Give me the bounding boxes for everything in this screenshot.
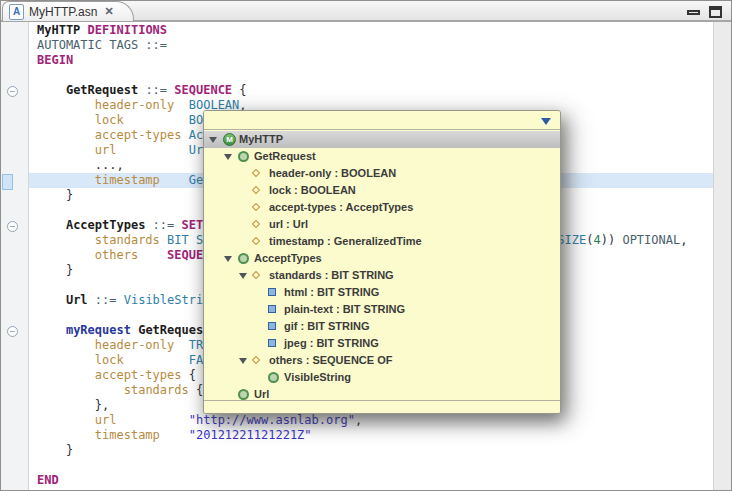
code-line[interactable]: END [29, 473, 715, 488]
outline-tree-item[interactable]: GetRequest [204, 148, 560, 165]
tree-item-label: plain-text : BIT STRING [284, 303, 405, 315]
outline-tree-item[interactable]: timestamp : GeneralizedTime [204, 233, 560, 250]
tree-item-label: Url [254, 388, 269, 400]
tree-item-label: jpeg : BIT STRING [284, 337, 379, 349]
fold-collapse-icon[interactable]: − [7, 86, 18, 97]
type-icon [238, 151, 249, 162]
tab-myhttp-asn[interactable]: A MyHTTP.asn ✕ [2, 1, 134, 21]
outline-tree-item[interactable]: gif : BIT STRING [204, 318, 560, 335]
tree-item-label: gif : BIT STRING [284, 320, 370, 332]
quick-outline-popup: MMyHTTPGetRequestheader-only : BOOLEANlo… [203, 110, 561, 414]
code-line[interactable]: BEGIN [29, 53, 715, 68]
outline-menu-dropdown-icon[interactable] [541, 118, 551, 125]
tree-expanded-arrow-icon[interactable] [209, 137, 217, 143]
module-icon: M [223, 133, 236, 146]
code-line[interactable]: GetRequest ::= SEQUENCE { [29, 83, 715, 98]
outline-tree-item[interactable]: AcceptTypes [204, 250, 560, 267]
left-ruler: −−− [1, 22, 29, 491]
code-line[interactable]: AUTOMATIC TAGS ::= [29, 38, 715, 53]
field-icon [252, 203, 260, 211]
tree-expanded-arrow-icon[interactable] [239, 358, 247, 364]
tree-item-label: others : SEQUENCE OF [269, 354, 392, 366]
code-line[interactable]: } [29, 443, 715, 458]
tree-item-label: VisibleString [284, 371, 351, 383]
field-icon [252, 169, 260, 177]
tree-item-label: accept-types : AcceptTypes [269, 201, 413, 213]
asn-file-icon: A [9, 4, 24, 20]
outline-status-bar [204, 400, 560, 413]
maximize-view-icon[interactable] [709, 6, 722, 18]
tree-item-label: lock : BOOLEAN [269, 184, 356, 196]
field-icon [252, 186, 260, 194]
outline-tree-item[interactable]: standards : BIT STRING [204, 267, 560, 284]
tab-title: MyHTTP.asn [29, 5, 97, 19]
minimize-view-icon[interactable] [687, 10, 700, 15]
outline-tree-item[interactable]: html : BIT STRING [204, 284, 560, 301]
editor-tab-bar: A MyHTTP.asn ✕ [1, 1, 731, 22]
outline-filter-bar [204, 111, 560, 130]
code-line[interactable] [29, 68, 715, 83]
code-line[interactable]: MyHTTP DEFINITIONS [29, 23, 715, 38]
outline-tree-item[interactable]: plain-text : BIT STRING [204, 301, 560, 318]
tree-expanded-arrow-icon[interactable] [239, 273, 247, 279]
tab-close-icon[interactable]: ✕ [104, 5, 113, 18]
bit-icon [268, 305, 276, 313]
code-line[interactable]: timestamp "20121221121221Z" [29, 428, 715, 443]
outline-tree-item[interactable]: jpeg : BIT STRING [204, 335, 560, 352]
field-icon [252, 271, 260, 279]
outline-tree-item[interactable]: Url [204, 386, 560, 401]
tree-item-label: timestamp : GeneralizedTime [269, 235, 422, 247]
field-icon [252, 356, 260, 364]
outline-tree-item[interactable]: others : SEQUENCE OF [204, 352, 560, 369]
type-icon [268, 372, 279, 383]
editor-window: A MyHTTP.asn ✕ −−− MyHTTP DEFINITIONSAUT… [0, 0, 732, 491]
field-icon [252, 237, 260, 245]
bit-icon [268, 339, 276, 347]
tree-item-label: GetRequest [254, 150, 316, 162]
tree-item-label: url : Url [269, 218, 308, 230]
fold-collapse-icon[interactable]: − [7, 221, 18, 232]
type-icon [238, 389, 249, 400]
type-icon [238, 253, 249, 264]
tree-expanded-arrow-icon[interactable] [224, 154, 232, 160]
outline-tree-item[interactable]: url : Url [204, 216, 560, 233]
overview-ruler[interactable] [713, 22, 731, 491]
outline-tree: MMyHTTPGetRequestheader-only : BOOLEANlo… [204, 131, 560, 401]
tree-item-label: html : BIT STRING [284, 286, 379, 298]
field-icon [252, 220, 260, 228]
tree-item-label: header-only : BOOLEAN [269, 167, 396, 179]
outline-tree-item[interactable]: header-only : BOOLEAN [204, 165, 560, 182]
code-line[interactable] [29, 458, 715, 473]
bit-icon [268, 288, 276, 296]
tree-expanded-arrow-icon[interactable] [224, 256, 232, 262]
outline-tree-item[interactable]: VisibleString [204, 369, 560, 386]
bit-icon [268, 322, 276, 330]
fold-collapse-icon[interactable]: − [7, 326, 18, 337]
current-line-annotation-marker [2, 174, 13, 190]
outline-tree-item[interactable]: accept-types : AcceptTypes [204, 199, 560, 216]
outline-filter-input[interactable] [208, 113, 532, 129]
code-line[interactable]: url "http://www.asnlab.org", [29, 413, 715, 428]
tree-item-label: AcceptTypes [254, 252, 322, 264]
tree-item-label: MyHTTP [239, 133, 283, 145]
outline-tree-item[interactable]: MMyHTTP [204, 131, 560, 148]
tree-item-label: standards : BIT STRING [269, 269, 394, 281]
outline-tree-item[interactable]: lock : BOOLEAN [204, 182, 560, 199]
